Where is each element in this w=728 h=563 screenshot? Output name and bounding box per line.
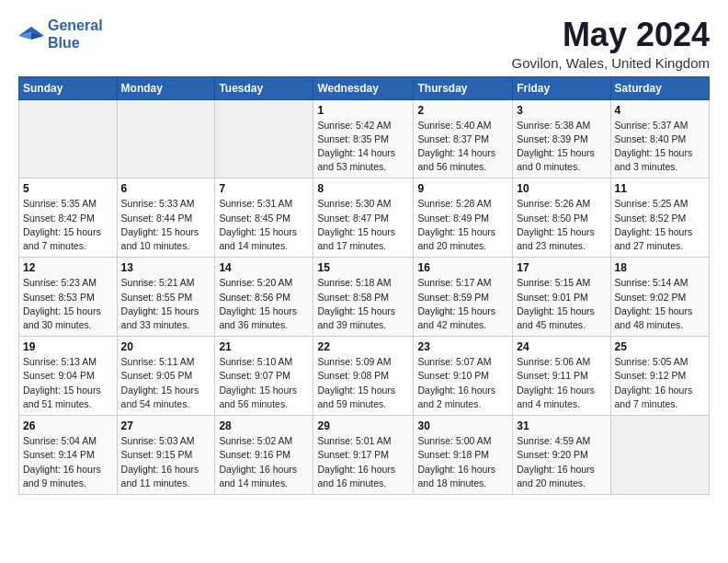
table-row: 7 Sunrise: 5:31 AMSunset: 8:45 PMDayligh…: [215, 178, 313, 258]
calendar-week-row: 12 Sunrise: 5:23 AMSunset: 8:53 PMDaylig…: [19, 258, 710, 337]
day-number: 18: [615, 261, 705, 274]
table-row: [215, 99, 313, 178]
day-number: 31: [517, 419, 606, 432]
table-row: 12 Sunrise: 5:23 AMSunset: 8:53 PMDaylig…: [19, 258, 118, 337]
day-number: 25: [615, 340, 705, 353]
day-number: 4: [615, 104, 705, 117]
table-row: 31 Sunrise: 4:59 AMSunset: 9:20 PMDaylig…: [513, 416, 610, 495]
table-row: 17 Sunrise: 5:15 AMSunset: 9:01 PMDaylig…: [513, 258, 610, 337]
day-info: Sunrise: 5:03 AMSunset: 9:15 PMDaylight:…: [121, 434, 211, 490]
day-number: 2: [417, 104, 508, 117]
day-info: Sunrise: 5:28 AMSunset: 8:49 PMDaylight:…: [417, 197, 508, 253]
day-info: Sunrise: 5:11 AMSunset: 9:05 PMDaylight:…: [121, 355, 211, 411]
day-info: Sunrise: 5:10 AMSunset: 9:07 PMDaylight:…: [219, 355, 309, 411]
table-row: 21 Sunrise: 5:10 AMSunset: 9:07 PMDaylig…: [215, 337, 313, 416]
table-row: [117, 99, 215, 178]
day-info: Sunrise: 5:20 AMSunset: 8:56 PMDaylight:…: [219, 276, 309, 332]
table-row: 22 Sunrise: 5:09 AMSunset: 9:08 PMDaylig…: [313, 337, 414, 416]
table-row: 9 Sunrise: 5:28 AMSunset: 8:49 PMDayligh…: [414, 178, 513, 258]
table-row: 29 Sunrise: 5:01 AMSunset: 9:17 PMDaylig…: [313, 416, 414, 495]
table-row: 20 Sunrise: 5:11 AMSunset: 9:05 PMDaylig…: [117, 337, 215, 416]
day-info: Sunrise: 5:18 AMSunset: 8:58 PMDaylight:…: [317, 276, 409, 332]
table-row: 6 Sunrise: 5:33 AMSunset: 8:44 PMDayligh…: [117, 178, 215, 258]
day-number: 10: [517, 182, 606, 195]
table-row: [19, 99, 118, 178]
day-number: 26: [23, 419, 113, 432]
day-info: Sunrise: 5:01 AMSunset: 9:17 PMDaylight:…: [317, 434, 409, 490]
day-number: 27: [121, 419, 211, 432]
table-row: 26 Sunrise: 5:04 AMSunset: 9:14 PMDaylig…: [19, 416, 118, 495]
table-row: 14 Sunrise: 5:20 AMSunset: 8:56 PMDaylig…: [215, 258, 313, 337]
day-number: 19: [23, 340, 113, 353]
day-info: Sunrise: 4:59 AMSunset: 9:20 PMDaylight:…: [517, 434, 606, 490]
month-title: May 2024: [512, 17, 710, 53]
day-number: 12: [23, 261, 113, 274]
page: General Blue May 2024 Govilon, Wales, Un…: [0, 0, 728, 563]
day-info: Sunrise: 5:05 AMSunset: 9:12 PMDaylight:…: [615, 355, 705, 411]
day-number: 29: [317, 419, 409, 432]
table-row: 25 Sunrise: 5:05 AMSunset: 9:12 PMDaylig…: [610, 337, 709, 416]
table-row: 2 Sunrise: 5:40 AMSunset: 8:37 PMDayligh…: [414, 99, 513, 178]
table-row: 19 Sunrise: 5:13 AMSunset: 9:04 PMDaylig…: [19, 337, 118, 416]
day-info: Sunrise: 5:37 AMSunset: 8:40 PMDaylight:…: [615, 119, 705, 175]
col-wednesday: Wednesday: [313, 76, 414, 99]
day-number: 20: [121, 340, 211, 353]
day-number: 14: [219, 261, 309, 274]
day-info: Sunrise: 5:09 AMSunset: 9:08 PMDaylight:…: [317, 355, 409, 411]
day-info: Sunrise: 5:33 AMSunset: 8:44 PMDaylight:…: [121, 197, 211, 253]
col-saturday: Saturday: [610, 76, 709, 99]
day-number: 24: [517, 340, 606, 353]
table-row: 16 Sunrise: 5:17 AMSunset: 8:59 PMDaylig…: [414, 258, 513, 337]
day-number: 16: [417, 261, 508, 274]
table-row: 13 Sunrise: 5:21 AMSunset: 8:55 PMDaylig…: [117, 258, 215, 337]
table-row: 27 Sunrise: 5:03 AMSunset: 9:15 PMDaylig…: [117, 416, 215, 495]
table-row: 3 Sunrise: 5:38 AMSunset: 8:39 PMDayligh…: [513, 99, 610, 178]
day-number: 23: [417, 340, 508, 353]
calendar-header-row: Sunday Monday Tuesday Wednesday Thursday…: [19, 76, 710, 99]
day-number: 22: [317, 340, 409, 353]
logo: General Blue: [18, 17, 103, 52]
title-area: May 2024 Govilon, Wales, United Kingdom: [512, 17, 710, 71]
day-info: Sunrise: 5:31 AMSunset: 8:45 PMDaylight:…: [219, 197, 309, 253]
day-number: 11: [615, 182, 705, 195]
day-info: Sunrise: 5:15 AMSunset: 9:01 PMDaylight:…: [517, 276, 606, 332]
header: General Blue May 2024 Govilon, Wales, Un…: [18, 17, 710, 71]
logo-icon: [18, 23, 44, 45]
table-row: 10 Sunrise: 5:26 AMSunset: 8:50 PMDaylig…: [513, 178, 610, 258]
calendar-table: Sunday Monday Tuesday Wednesday Thursday…: [18, 76, 710, 495]
day-info: Sunrise: 5:40 AMSunset: 8:37 PMDaylight:…: [417, 119, 508, 175]
day-info: Sunrise: 5:21 AMSunset: 8:55 PMDaylight:…: [121, 276, 211, 332]
col-tuesday: Tuesday: [215, 76, 313, 99]
day-info: Sunrise: 5:07 AMSunset: 9:10 PMDaylight:…: [417, 355, 508, 411]
day-info: Sunrise: 5:00 AMSunset: 9:18 PMDaylight:…: [417, 434, 508, 490]
day-number: 9: [417, 182, 508, 195]
day-info: Sunrise: 5:25 AMSunset: 8:52 PMDaylight:…: [615, 197, 705, 253]
table-row: 24 Sunrise: 5:06 AMSunset: 9:11 PMDaylig…: [513, 337, 610, 416]
col-friday: Friday: [513, 76, 610, 99]
day-info: Sunrise: 5:30 AMSunset: 8:47 PMDaylight:…: [317, 197, 409, 253]
table-row: 1 Sunrise: 5:42 AMSunset: 8:35 PMDayligh…: [313, 99, 414, 178]
day-info: Sunrise: 5:14 AMSunset: 9:02 PMDaylight:…: [615, 276, 705, 332]
day-info: Sunrise: 5:17 AMSunset: 8:59 PMDaylight:…: [417, 276, 508, 332]
day-number: 8: [317, 182, 409, 195]
day-info: Sunrise: 5:04 AMSunset: 9:14 PMDaylight:…: [23, 434, 113, 490]
day-number: 1: [317, 104, 409, 117]
day-number: 7: [219, 182, 309, 195]
day-info: Sunrise: 5:02 AMSunset: 9:16 PMDaylight:…: [219, 434, 309, 490]
table-row: 5 Sunrise: 5:35 AMSunset: 8:42 PMDayligh…: [19, 178, 118, 258]
calendar-week-row: 26 Sunrise: 5:04 AMSunset: 9:14 PMDaylig…: [19, 416, 710, 495]
day-info: Sunrise: 5:35 AMSunset: 8:42 PMDaylight:…: [23, 197, 113, 253]
table-row: 8 Sunrise: 5:30 AMSunset: 8:47 PMDayligh…: [313, 178, 414, 258]
day-number: 30: [417, 419, 508, 432]
table-row: 4 Sunrise: 5:37 AMSunset: 8:40 PMDayligh…: [610, 99, 709, 178]
day-info: Sunrise: 5:06 AMSunset: 9:11 PMDaylight:…: [517, 355, 606, 411]
calendar-week-row: 19 Sunrise: 5:13 AMSunset: 9:04 PMDaylig…: [19, 337, 710, 416]
calendar-week-row: 5 Sunrise: 5:35 AMSunset: 8:42 PMDayligh…: [19, 178, 710, 258]
day-number: 28: [219, 419, 309, 432]
day-number: 13: [121, 261, 211, 274]
day-info: Sunrise: 5:38 AMSunset: 8:39 PMDaylight:…: [517, 119, 606, 175]
day-info: Sunrise: 5:13 AMSunset: 9:04 PMDaylight:…: [23, 355, 113, 411]
day-number: 15: [317, 261, 409, 274]
day-number: 6: [121, 182, 211, 195]
day-number: 21: [219, 340, 309, 353]
